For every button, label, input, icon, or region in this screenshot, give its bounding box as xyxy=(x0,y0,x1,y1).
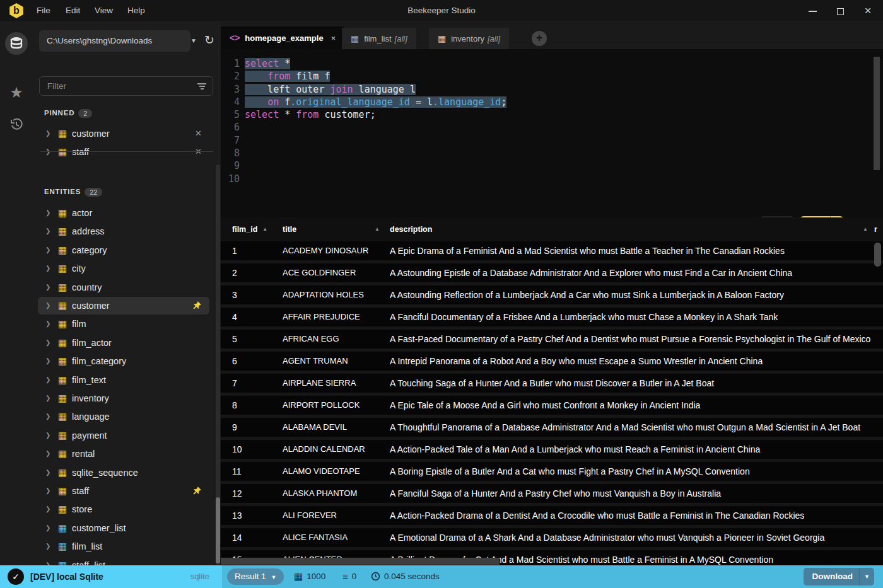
cell-desc[interactable]: A Intrepid Panorama of a Robot And a Boy… xyxy=(390,352,883,371)
table-row[interactable]: 1ACADEMY DINOSAURA Epic Drama of a Femin… xyxy=(221,241,883,263)
pinned-item-staff[interactable]: ❯▦staff✕ xyxy=(38,143,209,161)
connection-select[interactable]: C:\Users\ghstng\Downloads xyxy=(39,30,190,52)
sidebar-item-sqlite_sequence[interactable]: ❯▦sqlite_sequence xyxy=(38,464,209,481)
sidebar-item-actor[interactable]: ❯▦actor xyxy=(38,204,209,222)
chevron-right-icon[interactable]: ❯ xyxy=(45,143,50,161)
cell-desc[interactable]: A Epic Drama of a Feminist And a Mad Sci… xyxy=(390,241,883,260)
cell-id[interactable]: 5 xyxy=(232,330,283,349)
database-tab-icon[interactable] xyxy=(5,32,28,55)
cell-desc[interactable]: A Action-Packed Tale of a Man And a Lumb… xyxy=(390,440,883,459)
refresh-icon[interactable]: ↻ xyxy=(204,33,214,47)
table-row[interactable]: 2ACE GOLDFINGERA Astounding Epistle of a… xyxy=(221,263,883,285)
table-row[interactable]: 14ALICE FANTASIAA Emotional Drama of a A… xyxy=(221,528,883,550)
result-selector-button[interactable]: Result 1▼ xyxy=(227,568,284,585)
chevron-right-icon[interactable]: ❯ xyxy=(45,500,50,518)
favorites-tab-icon[interactable]: ★ xyxy=(0,84,33,101)
sidebar-item-film_actor[interactable]: ❯▦film_actor xyxy=(38,334,209,352)
cell-desc[interactable]: A Astounding Epistle of a Database Admin… xyxy=(390,263,883,282)
cell-title[interactable]: ALASKA PHANTOM xyxy=(283,484,390,503)
sidebar-item-customer[interactable]: ❯▦customer xyxy=(38,297,209,314)
table-row[interactable]: 4AFFAIR PREJUDICEA Fanciful Documentary … xyxy=(221,308,883,330)
cell-title[interactable]: AFFAIR PREJUDICE xyxy=(283,308,390,326)
sidebar-item-address[interactable]: ❯▦address xyxy=(38,222,209,240)
download-button[interactable]: Download▼ xyxy=(804,568,875,585)
cell-title[interactable]: ACADEMY DINOSAUR xyxy=(283,241,390,260)
cell-title[interactable]: ADAPTATION HOLES xyxy=(283,285,390,304)
code-line-4[interactable]: 4 on f.original_language_id = l.language… xyxy=(221,96,506,108)
cell-id[interactable]: 14 xyxy=(232,528,283,547)
table-row[interactable]: 10ALADDIN CALENDARA Action-Packed Tale o… xyxy=(221,440,883,462)
sidebar-item-film[interactable]: ❯▦film xyxy=(38,315,209,333)
chevron-right-icon[interactable]: ❯ xyxy=(45,482,50,500)
tab-film-list[interactable]: ▦film_list[all] xyxy=(342,28,416,49)
chevron-right-icon[interactable]: ❯ xyxy=(45,222,50,240)
table-row[interactable]: 12ALASKA PHANTOMA Fanciful Saga of a Hun… xyxy=(221,484,883,506)
sidebar-item-payment[interactable]: ❯▦payment xyxy=(38,427,209,444)
cell-id[interactable]: 8 xyxy=(232,396,283,415)
history-tab-icon[interactable] xyxy=(0,117,33,134)
sidebar-item-customer_list[interactable]: ❯▦customer_list xyxy=(38,519,209,537)
chevron-down-icon[interactable]: ▼ xyxy=(859,568,874,585)
column-header-film-id[interactable]: film_id▲ xyxy=(232,217,267,241)
chevron-right-icon[interactable]: ❯ xyxy=(45,371,50,389)
code-line-6[interactable]: 6 xyxy=(221,121,506,134)
code-line-1[interactable]: 1select * xyxy=(221,57,506,70)
cell-title[interactable]: ALADDIN CALENDAR xyxy=(283,440,390,459)
chevron-right-icon[interactable]: ❯ xyxy=(45,556,50,565)
cell-desc[interactable]: A Action-Packed Drama of a Dentist And a… xyxy=(390,506,883,525)
code-line-2[interactable]: 2 from film f xyxy=(221,70,506,83)
cell-title[interactable]: ALABAMA DEVIL xyxy=(283,418,390,437)
cell-title[interactable]: ALICE FANTASIA xyxy=(283,528,390,547)
sql-editor[interactable]: 1select *2 from film f3 left outer join … xyxy=(221,49,883,217)
sidebar-item-category[interactable]: ❯▦category xyxy=(38,241,209,259)
cell-desc[interactable]: A Thoughtful Panorama of a Database Admi… xyxy=(390,418,883,437)
cell-id[interactable]: 1 xyxy=(232,241,283,260)
chevron-right-icon[interactable]: ❯ xyxy=(45,315,50,333)
code-line-8[interactable]: 8 xyxy=(221,147,506,159)
tab-homepage-example[interactable]: <>homepage_example× xyxy=(221,26,344,49)
cell-id[interactable]: 11 xyxy=(232,462,283,481)
chevron-right-icon[interactable]: ❯ xyxy=(45,352,50,370)
unpin-close-icon[interactable]: ✕ xyxy=(195,125,202,142)
tab-inventory[interactable]: ▦inventory[all] xyxy=(429,28,509,49)
results-horizontal-scrollbar[interactable] xyxy=(221,558,500,565)
chevron-right-icon[interactable]: ❯ xyxy=(45,445,50,463)
chevron-right-icon[interactable]: ❯ xyxy=(45,279,50,296)
cell-id[interactable]: 12 xyxy=(232,484,283,503)
connection-status[interactable]: ✓ [DEV] local Sqlite sqlite xyxy=(0,565,222,588)
pin-icon[interactable] xyxy=(192,301,202,312)
cell-title[interactable]: AFRICAN EGG xyxy=(283,330,390,349)
table-row[interactable]: 5AFRICAN EGGA Fast-Paced Documentary of … xyxy=(221,330,883,352)
sort-icon[interactable]: ▲ xyxy=(863,217,868,241)
cell-id[interactable]: 10 xyxy=(232,440,283,459)
table-row[interactable]: 13ALI FOREVERA Action-Packed Drama of a … xyxy=(221,506,883,528)
maximize-button[interactable] xyxy=(826,0,854,21)
cell-desc[interactable]: A Fanciful Documentary of a Frisbee And … xyxy=(390,308,883,326)
code-line-9[interactable]: 9 xyxy=(221,159,506,172)
sort-icon[interactable]: ▲ xyxy=(262,226,267,232)
column-header-partial[interactable]: r xyxy=(874,217,877,241)
code-line-7[interactable]: 7 xyxy=(221,134,506,147)
table-row[interactable]: 11ALAMO VIDEOTAPEA Boring Epistle of a B… xyxy=(221,462,883,484)
sidebar-item-staff_list[interactable]: ❯▦staff_list xyxy=(38,556,209,565)
code-line-3[interactable]: 3 left outer join language l xyxy=(221,83,506,96)
sidebar-item-country[interactable]: ❯▦country xyxy=(38,279,209,296)
sidebar-item-language[interactable]: ❯▦language xyxy=(38,408,209,425)
cell-id[interactable]: 9 xyxy=(232,418,283,437)
chevron-right-icon[interactable]: ❯ xyxy=(45,464,50,481)
tab-close-icon[interactable]: × xyxy=(331,33,336,43)
entity-filter-input[interactable]: Filter xyxy=(39,76,213,96)
cell-desc[interactable]: A Fast-Paced Documentary of a Pastry Che… xyxy=(390,330,883,349)
sidebar-item-film_text[interactable]: ❯▦film_text xyxy=(38,371,209,389)
cell-id[interactable]: 13 xyxy=(232,506,283,525)
chevron-right-icon[interactable]: ❯ xyxy=(45,241,50,259)
close-button[interactable]: × xyxy=(854,0,882,21)
sidebar-item-inventory[interactable]: ❯▦inventory xyxy=(38,389,209,407)
cell-title[interactable]: ALI FOREVER xyxy=(283,506,390,525)
cell-id[interactable]: 2 xyxy=(232,263,283,282)
sort-icon[interactable]: ▲ xyxy=(375,217,380,241)
code-line-10[interactable]: 10 xyxy=(221,173,506,185)
chevron-right-icon[interactable]: ❯ xyxy=(45,125,50,142)
new-tab-button[interactable]: + xyxy=(532,31,547,46)
cell-desc[interactable]: A Epic Tale of a Moose And a Girl who mu… xyxy=(390,396,883,415)
